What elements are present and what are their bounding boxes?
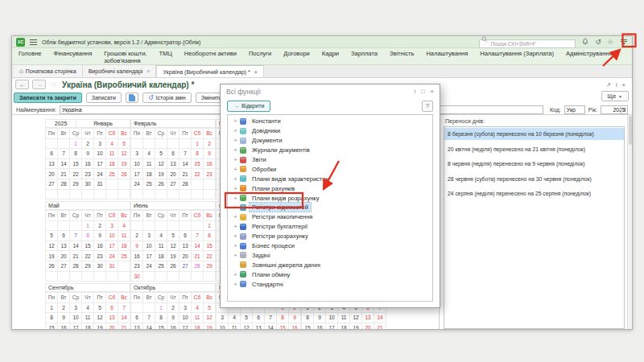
calendar-day[interactable]: 10 [94, 149, 106, 159]
calendar-day[interactable]: 15 [82, 241, 94, 251]
calendar-day[interactable]: 13 [106, 313, 118, 323]
calendar-day[interactable]: 21 [180, 169, 192, 179]
tab-close-icon[interactable]: × [147, 68, 150, 74]
calendar-day[interactable]: 9 [94, 231, 106, 241]
calendar-day[interactable]: 30 [131, 271, 143, 282]
notifications-bell-icon[interactable] [581, 38, 589, 46]
calendar-day[interactable]: 31 [94, 179, 106, 189]
calendar-day[interactable]: 29 [82, 261, 94, 271]
calendar-day[interactable]: 12 [46, 241, 58, 251]
calendar-day[interactable]: 9 [131, 241, 143, 251]
calendar-day[interactable]: 26 [167, 261, 180, 271]
calendar-day[interactable]: 15 [204, 241, 216, 251]
calendar-day[interactable]: 25 [106, 169, 118, 179]
transfer-item[interactable]: 24 серпня (неділя) перенесено на 25 серп… [444, 187, 624, 202]
calendar-day[interactable]: 1 [82, 220, 94, 231]
calendar-day[interactable]: 2 [204, 138, 216, 149]
calendar-day[interactable]: 13 [180, 241, 192, 251]
menu-item-2[interactable]: Фінансування [54, 51, 93, 58]
calendar-day[interactable]: 6 [167, 149, 180, 159]
calendar-day[interactable]: 3 [180, 302, 192, 313]
calendar-day[interactable]: 10 [326, 313, 338, 323]
calendar-day[interactable]: 14 [143, 323, 155, 329]
calendar-day[interactable]: 6 [106, 302, 118, 313]
calendar-day[interactable]: 6 [180, 231, 192, 241]
calendar-day[interactable]: 20 [106, 323, 118, 329]
calendar-day[interactable]: 10 [106, 231, 118, 241]
calendar-day[interactable]: 21 [70, 251, 82, 261]
save-button[interactable]: Записати [86, 93, 122, 103]
calendar-day[interactable]: 11 [229, 323, 241, 329]
menu-item-10[interactable]: Звітність [390, 51, 415, 58]
calendar-day[interactable]: 9 [289, 313, 301, 323]
calendar-day[interactable]: 26 [155, 179, 167, 189]
expand-plus-icon[interactable]: + [232, 118, 239, 124]
tree-item-8[interactable]: +Плани рахунків [228, 183, 432, 193]
calendar-day[interactable]: 12 [94, 313, 106, 323]
tree-item-15[interactable]: +Задачі [228, 250, 432, 260]
calendar-day[interactable]: 16 [314, 323, 326, 329]
calendar-day[interactable]: 3 [70, 302, 82, 313]
menu-item-13[interactable]: Адміністрування [566, 51, 612, 58]
code-input[interactable] [564, 105, 585, 114]
calendar-day[interactable]: 18 [118, 241, 130, 251]
calendar-day[interactable]: 10 [217, 323, 229, 329]
calendar-day[interactable]: 7 [58, 149, 70, 159]
calendar-day[interactable]: 14 [192, 241, 204, 251]
tab-close-icon[interactable]: × [254, 69, 258, 75]
calendar-day[interactable]: 14 [70, 241, 82, 251]
calendar-day[interactable]: 27 [58, 261, 70, 271]
calendar-day[interactable]: 16 [204, 158, 216, 169]
calendar-day[interactable]: 23 [204, 169, 216, 179]
calendar-day[interactable]: 7 [70, 231, 82, 241]
expand-plus-icon[interactable]: + [232, 282, 239, 287]
calendar-day[interactable]: 18 [338, 323, 350, 329]
calendar-day[interactable]: 16 [131, 251, 143, 261]
calendar-day[interactable]: 8 [155, 313, 167, 323]
calendar-day[interactable]: 17 [131, 169, 143, 179]
calendar-day[interactable]: 22 [192, 169, 204, 179]
tab-2[interactable]: Виробничі календарі× [83, 65, 157, 77]
calendar-day[interactable]: 23 [131, 261, 143, 271]
transfer-item[interactable]: 28 червня (субота) перенесено на 30 черв… [444, 171, 624, 187]
calendar-day[interactable]: 28 [180, 179, 192, 189]
tree-item-16[interactable]: Зовнішні джерела даних [228, 260, 432, 269]
expand-plus-icon[interactable]: + [232, 253, 239, 258]
calendar-day[interactable]: 25 [155, 261, 167, 271]
calendar-day[interactable]: 10 [143, 241, 155, 251]
tree-item-9[interactable]: +Плани видів розрахунку [228, 193, 432, 203]
calendar-day[interactable]: 20 [180, 251, 192, 261]
menu-item-7[interactable]: Договори [283, 51, 310, 58]
transfer-item[interactable]: 20 квітня (неділя) перенесено на 21 квіт… [444, 142, 624, 157]
expand-plus-icon[interactable]: + [232, 138, 239, 143]
calendar-day[interactable]: 8 [277, 313, 289, 323]
calendar-day[interactable]: 19 [350, 323, 362, 329]
menu-item-3[interactable]: Грошові кошти, зобов'язання [104, 51, 147, 64]
dialog-maximize-icon[interactable]: □ [421, 88, 425, 95]
calendar-day[interactable]: 15 [302, 323, 314, 329]
calendar-day[interactable]: 27 [46, 179, 58, 189]
scrollbar[interactable] [627, 115, 632, 329]
calendar-day[interactable]: 5 [94, 302, 106, 313]
calendar-day[interactable]: 17 [70, 323, 82, 329]
calendar-day[interactable]: 23 [82, 169, 94, 179]
calendar-day[interactable]: 20 [58, 251, 70, 261]
calendar-day[interactable]: 5 [167, 231, 180, 241]
calendar-day[interactable]: 24 [131, 179, 143, 189]
transfer-item[interactable]: 8 березня (субота) перенесено на 10 бере… [444, 128, 624, 140]
calendar-day[interactable]: 31 [106, 261, 118, 271]
calendar-day[interactable]: 19 [46, 251, 58, 261]
calendar-day[interactable]: 11 [118, 231, 130, 241]
calendar-day[interactable]: 17 [106, 241, 118, 251]
calendar-day[interactable]: 28 [192, 261, 204, 271]
calendar-day[interactable]: 13 [253, 323, 265, 329]
calendar-day[interactable]: 13 [362, 313, 374, 323]
calendar-day[interactable]: 15 [70, 158, 82, 169]
expand-plus-icon[interactable]: + [232, 167, 239, 172]
dialog-close-icon[interactable]: × [431, 88, 434, 95]
calendar-day[interactable]: 5 [204, 302, 216, 313]
calendar-day[interactable]: 11 [82, 313, 94, 323]
calendar-day[interactable]: 21 [374, 323, 386, 329]
calendar-day[interactable]: 10 [70, 313, 82, 323]
forward-button[interactable]: → [32, 80, 46, 89]
